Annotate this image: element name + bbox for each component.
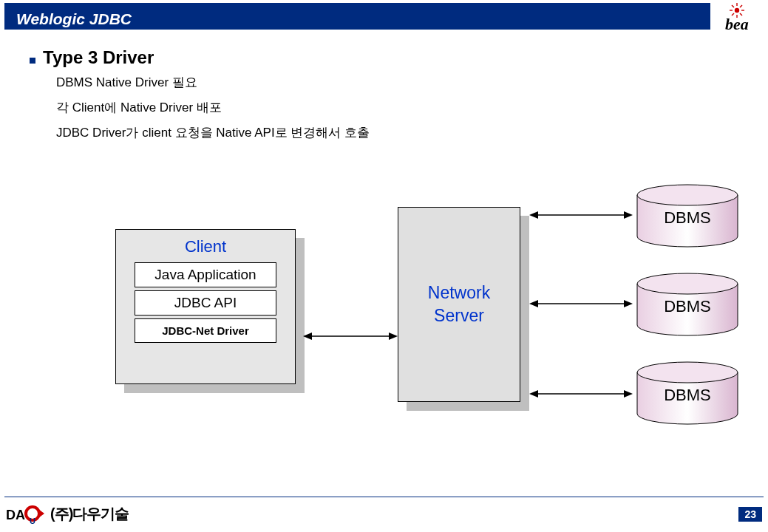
bea-logo: bea [710, 3, 764, 38]
dbms-label: DBMS [634, 386, 741, 405]
svg-point-9 [637, 185, 738, 205]
svg-point-0 [735, 8, 739, 13]
svg-marker-16 [529, 211, 538, 219]
svg-marker-17 [624, 211, 633, 219]
dbms-label: DBMS [634, 208, 741, 228]
svg-point-11 [637, 362, 738, 383]
slide-title: Weblogic JDBC [4, 3, 710, 30]
dbms-cylinder: DBMS [634, 361, 741, 423]
svg-line-5 [732, 5, 734, 7]
sub-bullet: 각 Client에 Native Driver 배포 [56, 98, 738, 118]
svg-marker-14 [389, 332, 398, 340]
svg-line-8 [732, 13, 734, 16]
sub-bullet: DBMS Native Driver 필요 [56, 72, 738, 93]
arrow-server-dbms3 [529, 387, 633, 400]
svg-point-10 [637, 273, 738, 294]
content: Type 3 Driver DBMS Native Driver 필요 각 Cl… [0, 38, 768, 458]
arrow-client-server [303, 330, 398, 343]
layer-jdbc-api: JDBC API [135, 290, 276, 316]
footer-company: DA U (주)다우기술 [6, 503, 129, 525]
svg-text:U: U [30, 516, 35, 525]
company-label: (주)다우기술 [50, 504, 129, 524]
dbms-label: DBMS [634, 297, 741, 316]
arrow-server-dbms1 [529, 208, 633, 222]
client-box: Client Java Application JDBC API JDBC-Ne… [115, 229, 296, 384]
svg-marker-26 [38, 509, 44, 518]
dbms-cylinder: DBMS [634, 183, 741, 245]
client-title: Client [116, 237, 295, 256]
svg-text:DA: DA [6, 508, 25, 522]
svg-line-6 [740, 13, 742, 16]
layer-java-app: Java Application [135, 262, 276, 287]
svg-marker-19 [529, 300, 538, 307]
network-server-box: Network Server [398, 207, 520, 402]
layer-jdbc-net-driver: JDBC-Net Driver [135, 318, 276, 343]
svg-line-7 [740, 5, 742, 7]
svg-marker-23 [624, 390, 633, 398]
page-number: 23 [738, 507, 762, 522]
header: Weblogic JDBC bea [4, 3, 764, 38]
svg-marker-13 [303, 332, 312, 340]
sub-bullet: JDBC Driver가 client 요청을 Native API로 변경해서… [56, 123, 738, 143]
svg-marker-22 [529, 390, 538, 398]
footer: DA U (주)다우기술 23 [4, 497, 764, 528]
server-label: Network Server [428, 282, 490, 327]
dao-logo-icon: DA U [6, 503, 46, 525]
dbms-cylinder: DBMS [634, 272, 741, 334]
arrow-server-dbms2 [529, 297, 633, 310]
bullet-icon [30, 58, 35, 64]
sun-icon [730, 3, 744, 18]
heading: Type 3 Driver [43, 47, 154, 68]
svg-marker-20 [624, 300, 633, 307]
architecture-diagram: Client Java Application JDBC API JDBC-Ne… [30, 177, 738, 458]
